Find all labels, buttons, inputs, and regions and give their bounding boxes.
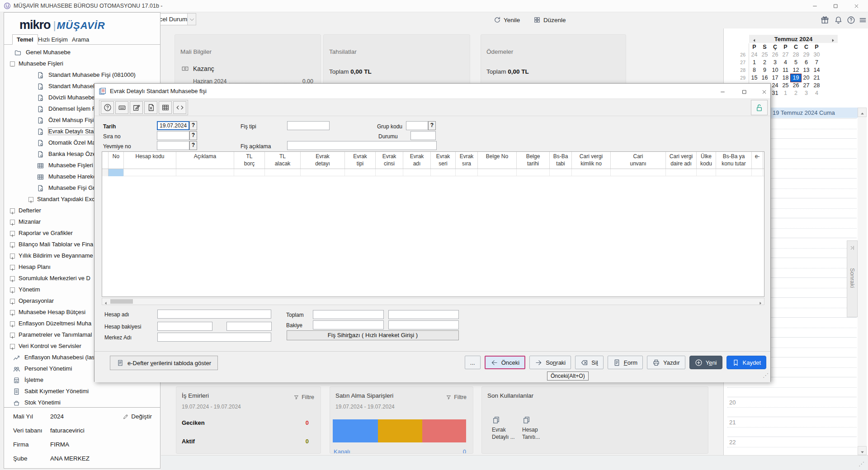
column-header[interactable]: Evrak adı [403, 152, 431, 169]
tree-item-0[interactable]: Genel Muhasebe [4, 47, 160, 58]
scroll-down-button[interactable] [858, 446, 867, 455]
grid-cell[interactable] [716, 169, 752, 176]
calendar-day[interactable]: 2 [760, 59, 770, 66]
calendar-day[interactable]: 7 [811, 59, 822, 66]
save-button[interactable]: Kaydet [726, 356, 766, 369]
calendar-day[interactable]: 12 [791, 66, 801, 74]
tree-item-1[interactable]: Muhasebe Fişleri [4, 58, 160, 70]
calendar-day[interactable]: 26 [770, 51, 780, 59]
more-button[interactable]: ... [465, 356, 481, 369]
agenda-hour-row[interactable]: 21 [727, 417, 857, 437]
toplam-field-2[interactable] [388, 310, 459, 319]
tree-item-2[interactable]: Standart Muhasebe Fişi (081000) [4, 70, 160, 81]
agenda-hour-row[interactable]: 20 [727, 397, 857, 417]
merkez-adi-field[interactable] [157, 333, 271, 342]
filter-button[interactable]: Filtre [446, 394, 467, 400]
calendar-day-selected[interactable]: 19 [791, 74, 801, 82]
column-header[interactable]: Evrak cinsi [376, 152, 403, 169]
edefter-button[interactable]: e-Defter verilerini tabloda göster [110, 356, 218, 370]
recent-item-0[interactable]: Evrak Detaylı ... [492, 416, 521, 441]
column-header[interactable]: No [108, 152, 124, 169]
yevmiye-no-field[interactable] [157, 141, 189, 150]
grid-cell[interactable] [550, 169, 572, 176]
calendar-day[interactable]: 25 [780, 82, 791, 89]
tab-hizli-erisim[interactable]: Hızlı Erişim [33, 34, 72, 45]
calendar-day[interactable]: 11 [780, 66, 791, 74]
fis-aciklama-field[interactable] [287, 141, 437, 150]
window-close-button[interactable] [846, 0, 867, 12]
calendar-day[interactable]: 27 [780, 51, 791, 59]
calendar-day[interactable]: 13 [801, 66, 811, 74]
grid-cell[interactable] [478, 169, 517, 176]
window-maximize-button[interactable] [826, 0, 846, 12]
column-header[interactable]: Evrak detayı [301, 152, 345, 169]
expand-icon[interactable] [10, 299, 15, 304]
expand-icon[interactable] [10, 242, 15, 247]
column-header[interactable]: Açıklama [176, 152, 234, 169]
date-field[interactable] [157, 121, 189, 130]
expand-icon[interactable] [10, 208, 15, 213]
calendar-day[interactable]: 8 [749, 66, 760, 74]
grid-cell[interactable] [431, 169, 456, 176]
grid-cell[interactable] [752, 169, 763, 176]
keyboard-button[interactable] [115, 101, 128, 114]
expand-icon[interactable] [10, 231, 15, 236]
expand-icon[interactable] [10, 254, 15, 258]
window-resize-grip[interactable]: ⋰ [859, 461, 864, 467]
calendar-day[interactable]: 16 [760, 74, 770, 82]
row-selector-cell[interactable] [102, 169, 108, 176]
calendar-day[interactable]: 30 [811, 51, 822, 59]
expand-icon[interactable] [10, 321, 15, 326]
recent-item-1[interactable]: Hesap Tanıtı... [522, 416, 551, 441]
grid-cell[interactable] [572, 169, 611, 176]
durumu-field[interactable] [410, 131, 436, 140]
calendar-day[interactable]: 9 [760, 66, 770, 74]
calendar-day[interactable]: 5 [791, 59, 801, 66]
grid-cell[interactable] [234, 169, 265, 176]
sira-lookup-button[interactable]: ? [189, 131, 197, 140]
bell-icon[interactable] [834, 16, 843, 24]
column-header[interactable]: Cari unvanı [611, 152, 666, 169]
hesap-bakiyesi-field-1[interactable] [157, 322, 212, 331]
previous-button[interactable]: Önceki [485, 356, 525, 369]
excel-export-button[interactable] [144, 101, 157, 114]
column-header[interactable]: Belge No [478, 152, 517, 169]
calendar-day[interactable]: 4 [811, 89, 822, 97]
calendar-day[interactable]: 1 [780, 89, 791, 97]
chevron-down-icon[interactable] [187, 14, 196, 25]
delete-button[interactable]: Sil [575, 356, 603, 369]
bakiye-field-2[interactable] [388, 320, 459, 329]
grid-cell[interactable] [124, 169, 176, 176]
fis-tipi-field[interactable] [287, 121, 330, 130]
change-fiscal-year-button[interactable]: Değiştir [123, 413, 152, 420]
grid-cell[interactable] [517, 169, 550, 176]
calendar-day[interactable]: 3 [770, 59, 780, 66]
tab-arama[interactable]: Arama [67, 34, 94, 45]
help-icon[interactable] [847, 16, 855, 24]
form-button[interactable]: Form [608, 356, 643, 369]
edit-button[interactable] [130, 101, 143, 114]
grid-cell[interactable] [697, 169, 716, 176]
unlock-button[interactable] [751, 100, 768, 115]
grid-cell[interactable] [376, 169, 403, 176]
calendar-day[interactable]: 28 [811, 82, 822, 89]
window-minimize-button[interactable] [805, 0, 825, 12]
calendar-day[interactable]: 14 [811, 66, 822, 74]
expand-icon[interactable] [10, 310, 15, 315]
agenda-hour-row[interactable]: 22 [727, 437, 857, 455]
calendar-prev-button[interactable] [749, 35, 759, 43]
fis-sihirbazi-button[interactable]: Fiş Sihirbazı ( Hızlı Hareket Girişi ) [287, 330, 459, 340]
gift-icon[interactable] [821, 16, 829, 24]
calendar-day[interactable]: 29 [801, 51, 811, 59]
filter-button[interactable]: Filtre [293, 394, 314, 400]
scroll-up-button[interactable] [858, 108, 867, 117]
dialog-minimize-button[interactable] [715, 87, 730, 97]
kazanc-row[interactable]: Kazanç [181, 65, 214, 72]
grid-cell[interactable] [345, 169, 376, 176]
dialog-resize-grip[interactable]: ⋰ [763, 372, 769, 379]
bakiye-field-1[interactable] [313, 320, 384, 329]
edit-layout-button[interactable]: Düzenle [533, 15, 566, 25]
column-header[interactable]: Hesap kodu [124, 152, 176, 169]
tree-item-30[interactable]: Sabit Kıymetler Yönetimi [4, 386, 160, 397]
yevmiye-lookup-button[interactable]: ? [189, 141, 197, 150]
